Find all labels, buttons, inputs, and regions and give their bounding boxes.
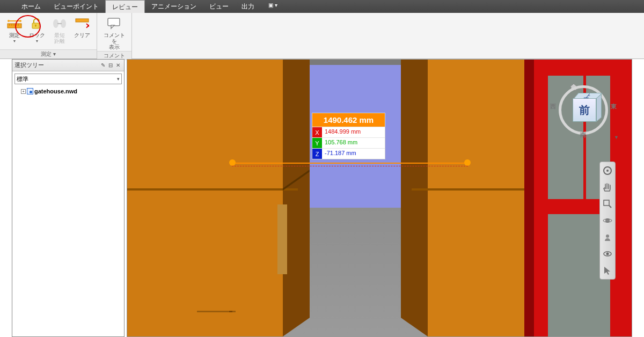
menu-overflow-icon[interactable]: ▣ ▾ xyxy=(264,0,282,13)
shortest-distance-icon xyxy=(52,16,67,31)
chevron-down-icon: ▾ xyxy=(117,76,120,82)
show-comments-label: コメントを 表示 xyxy=(101,32,127,50)
svg-point-28 xyxy=(606,253,609,255)
zoom-icon[interactable] xyxy=(602,199,613,209)
svg-point-26 xyxy=(606,235,609,238)
menu-review[interactable]: レビュー xyxy=(105,0,145,13)
tree-root-node[interactable]: + gatehouse.nwd xyxy=(16,87,121,95)
viewcube-menu-icon[interactable]: ▼ xyxy=(614,135,619,140)
tree-view-dropdown[interactable]: 標準 ▾ xyxy=(14,74,122,84)
axis-y-value: 105.768 mm xyxy=(322,138,385,148)
svg-rect-22 xyxy=(604,200,609,206)
measurement-readout: 1490.462 mm X 1484.999 mm Y 105.768 mm Z… xyxy=(312,113,385,159)
tree-root-label: gatehouse.nwd xyxy=(34,88,77,94)
show-comments-button[interactable]: コメントを 表示 xyxy=(100,15,128,51)
ribbon-group-measure-label[interactable]: 測定 ▾ xyxy=(0,49,97,58)
shortest-distance-label: 最短 距離 xyxy=(54,32,65,44)
measure-point-end[interactable] xyxy=(464,159,471,166)
measure-line xyxy=(232,163,468,164)
lock-button[interactable]: ロック ▼ xyxy=(26,15,48,44)
tree-body: + gatehouse.nwd xyxy=(12,86,124,336)
scene-cabinet-left-side xyxy=(283,59,310,336)
scene-doorframe xyxy=(277,204,287,274)
expand-icon[interactable]: + xyxy=(21,89,26,94)
measurement-row-x: X 1484.999 mm xyxy=(312,127,385,137)
padlock-open-icon xyxy=(30,16,45,31)
main-area: 選択ツリー ✎ ⊟ ✕ 標準 ▾ + gatehouse.nwd xyxy=(12,59,632,337)
menubar: ホーム ビューポイント レビュー アニメーション ビュー 出力 ▣ ▾ xyxy=(0,0,644,13)
panel-pin-icon[interactable]: ⊟ xyxy=(107,62,114,68)
measurement-row-z: Z -71.187 mm xyxy=(312,148,385,159)
axis-z-value: -71.187 mm xyxy=(322,149,385,159)
orbit-icon[interactable] xyxy=(602,215,613,226)
svg-point-21 xyxy=(606,170,609,172)
cube[interactable]: 上 前 xyxy=(569,94,598,123)
svg-line-23 xyxy=(609,206,611,208)
measure-button[interactable]: 測定 ▼ xyxy=(3,15,26,44)
selection-tree-header: 選択ツリー ✎ ⊟ ✕ xyxy=(12,60,124,71)
steering-wheel-icon[interactable] xyxy=(602,165,613,176)
dropdown-icon: ▼ xyxy=(13,39,17,43)
ruler-icon xyxy=(7,16,22,31)
svg-point-2 xyxy=(19,20,21,22)
scene-cabinet-right-side xyxy=(401,59,428,336)
axis-x-label: X xyxy=(312,127,322,137)
clear-button-label: クリア xyxy=(74,32,90,38)
nwd-file-icon xyxy=(27,88,33,94)
ribbon-group-measure: 測定 ▼ ロック ▼ 最短 距離 ✕ クリア xyxy=(0,13,97,58)
scene-cabinet-left xyxy=(127,60,283,336)
look-icon[interactable] xyxy=(602,232,613,243)
navigation-bar xyxy=(599,162,616,280)
clear-icon: ✕ xyxy=(75,16,90,31)
close-icon[interactable]: ✕ xyxy=(114,62,122,68)
speech-bubble-icon xyxy=(107,16,122,31)
menu-output[interactable]: 出力 xyxy=(235,0,261,13)
axis-z-label: Z xyxy=(312,149,322,159)
walk-icon[interactable] xyxy=(602,248,613,259)
compass-s: 南 xyxy=(580,131,586,139)
select-icon[interactable] xyxy=(602,265,613,276)
scene-hatching xyxy=(197,311,229,312)
lock-button-label: ロック xyxy=(29,32,45,38)
panel-options-icon[interactable]: ✎ xyxy=(99,62,107,68)
cube-front-face[interactable]: 前 xyxy=(573,98,596,122)
svg-marker-29 xyxy=(604,267,610,275)
svg-text:✕: ✕ xyxy=(85,21,89,30)
ribbon: 測定 ▼ ロック ▼ 最短 距離 ✕ クリア xyxy=(0,13,644,59)
axis-x-value: 1484.999 mm xyxy=(322,127,385,137)
compass-w: 西 xyxy=(550,102,556,111)
scene-cabinet-left-ledge xyxy=(127,188,298,191)
svg-rect-11 xyxy=(35,25,36,27)
measure-baseline xyxy=(232,166,468,166)
tree-dropdown-value: 標準 xyxy=(17,75,28,83)
axis-y-label: Y xyxy=(312,138,322,148)
measure-point-start[interactable] xyxy=(229,159,236,166)
menu-animation[interactable]: アニメーション xyxy=(145,0,203,13)
selection-tree-title: 選択ツリー xyxy=(14,61,44,69)
svg-rect-17 xyxy=(108,18,120,26)
measure-button-label: 測定 xyxy=(9,32,20,38)
svg-marker-18 xyxy=(111,25,114,28)
compass-e: 東 xyxy=(611,102,617,111)
3d-viewport[interactable]: 1490.462 mm X 1484.999 mm Y 105.768 mm Z… xyxy=(127,59,632,337)
clear-button[interactable]: ✕ クリア xyxy=(71,15,93,39)
menu-viewpoint[interactable]: ビューポイント xyxy=(47,0,105,13)
measurement-total: 1490.462 mm xyxy=(312,113,385,127)
svg-point-1 xyxy=(8,20,10,22)
menu-home[interactable]: ホーム xyxy=(15,0,47,13)
ribbon-group-comment: コメントを 表示 コメント xyxy=(97,13,132,58)
pan-icon[interactable] xyxy=(602,182,613,193)
measurement-row-y: Y 105.768 mm xyxy=(312,137,385,148)
viewcube[interactable]: 西 東 南 上 前 ▼ xyxy=(551,78,616,142)
shortest-distance-button: 最短 距離 xyxy=(48,15,71,45)
cube-side-face[interactable] xyxy=(596,94,602,122)
dropdown-icon: ▼ xyxy=(35,39,39,43)
selection-tree-panel: 選択ツリー ✎ ⊟ ✕ 標準 ▾ + gatehouse.nwd xyxy=(12,59,125,337)
menu-view[interactable]: ビュー xyxy=(203,0,235,13)
